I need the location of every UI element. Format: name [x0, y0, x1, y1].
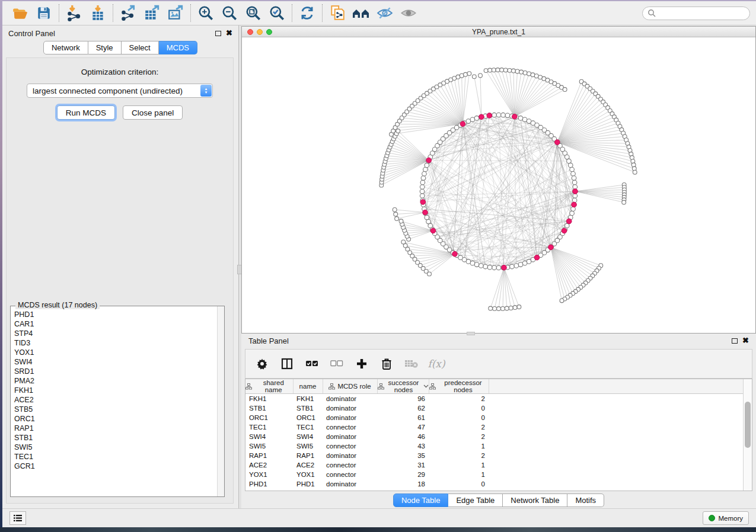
cell-shared_name: FKH1	[245, 394, 293, 403]
minimize-window-icon[interactable]	[257, 29, 263, 35]
mcds-result-item[interactable]: FKH1	[14, 386, 213, 395]
mcds-result-item[interactable]: STP4	[14, 329, 213, 338]
mcds-result-item[interactable]: PMA2	[14, 376, 213, 386]
cell-name: YOX1	[293, 470, 323, 479]
mcds-result-item[interactable]: ACE2	[14, 395, 213, 405]
mcds-result-item[interactable]: SRD1	[14, 367, 213, 376]
zoom-selected-icon[interactable]	[265, 3, 289, 23]
table-row[interactable]: RAP1RAP1dominator352	[245, 451, 744, 460]
delete-column-icon[interactable]	[378, 355, 395, 373]
delete-table-icon	[403, 355, 420, 373]
network-titlebar[interactable]: YPA_prune.txt_1	[242, 27, 755, 37]
zoom-in-icon[interactable]	[194, 3, 218, 23]
column-header-MCDS-role[interactable]: MCDS role	[323, 379, 377, 394]
cell-name: ACE2	[293, 460, 323, 470]
mcds-result-item[interactable]: STB5	[14, 405, 213, 414]
zoom-out-icon[interactable]	[218, 3, 241, 23]
hide-selected-icon[interactable]	[373, 3, 397, 23]
mcds-result-item[interactable]: CAR1	[14, 319, 213, 329]
mcds-result-item[interactable]: YOX1	[14, 348, 213, 357]
maximize-window-icon[interactable]	[266, 29, 272, 35]
column-header-shared-name[interactable]: shared name	[245, 379, 293, 394]
tab-style[interactable]: Style	[88, 41, 122, 55]
import-network-icon[interactable]	[62, 3, 86, 23]
export-image-icon[interactable]	[164, 3, 187, 23]
table-row[interactable]: YOX1YOX1connector291	[245, 470, 744, 479]
mcds-result-item[interactable]: PHD1	[14, 310, 213, 319]
cell-name: SWI4	[293, 432, 323, 441]
mcds-result-item[interactable]: SWI5	[14, 443, 213, 452]
table-row[interactable]: SWI5SWI5connector431	[245, 441, 744, 451]
table-options-icon[interactable]	[254, 355, 270, 373]
mcds-result-item[interactable]: SWI4	[14, 357, 213, 367]
table-tab-network-table[interactable]: Network Table	[503, 493, 567, 507]
clone-network-icon[interactable]	[326, 3, 349, 23]
result-scrollbar[interactable]	[217, 306, 224, 496]
open-session-icon[interactable]	[8, 3, 32, 23]
export-network-icon[interactable]	[116, 3, 140, 23]
mcds-result-item[interactable]: TID3	[14, 338, 213, 348]
search-input[interactable]	[656, 9, 739, 17]
tab-network[interactable]: Network	[43, 41, 88, 55]
toolbar-separator	[190, 4, 191, 22]
apply-layout-icon[interactable]	[295, 3, 319, 23]
column-header-predecessor-nodes[interactable]: predecessor nodes	[429, 379, 489, 394]
cell-predecessors: 2	[429, 451, 489, 460]
tab-mcds[interactable]: MCDS	[159, 41, 197, 55]
table-row[interactable]: PHD1PHD1dominator180	[245, 479, 744, 489]
float-table-panel-icon[interactable]	[732, 338, 738, 344]
mcds-result-list[interactable]: PHD1CAR1STP4TID3YOX1SWI4SRD1PMA2FKH1ACE2…	[11, 309, 217, 496]
cell-successors: 61	[377, 413, 429, 422]
cell-successors: 31	[377, 460, 429, 470]
cell-role: connector	[323, 460, 377, 470]
mcds-result-item[interactable]: RAP1	[14, 424, 213, 433]
close-panel-button[interactable]: Close panel	[123, 105, 183, 120]
table-panel: Table Panel ✖	[241, 334, 756, 508]
table-row[interactable]: ACE2ACE2connector311	[245, 460, 744, 470]
close-panel-icon[interactable]: ✖	[226, 30, 232, 36]
mcds-result-item[interactable]: GCR1	[14, 462, 213, 471]
cell-shared_name: STB1	[245, 403, 293, 413]
first-neighbors-icon[interactable]	[349, 3, 373, 23]
table-tab-node-table[interactable]: Node Table	[393, 493, 449, 507]
horizontal-splitter-grip[interactable]	[467, 332, 475, 335]
deselect-all-icon[interactable]	[328, 355, 345, 373]
column-header-name[interactable]: name	[293, 379, 323, 394]
table-row[interactable]: STB1STB1dominator620	[245, 403, 744, 413]
close-window-icon[interactable]	[247, 29, 253, 35]
select-all-icon[interactable]	[304, 355, 320, 373]
zoom-fit-icon[interactable]	[241, 3, 265, 23]
table-row[interactable]: SWI4SWI4dominator462	[245, 432, 744, 441]
mcds-result-item[interactable]: TEC1	[14, 452, 213, 462]
table-scrollbar-thumb[interactable]	[745, 402, 751, 448]
table-tab-edge-table[interactable]: Edge Table	[448, 493, 503, 507]
add-column-icon[interactable]	[353, 355, 370, 373]
export-table-icon[interactable]	[140, 3, 164, 23]
show-all-icon[interactable]	[397, 3, 420, 23]
cell-predecessors: 1	[429, 460, 489, 470]
mcds-result-title: MCDS result (17 nodes)	[15, 301, 100, 309]
cell-name: PHD1	[293, 479, 323, 489]
table-row[interactable]: ORC1ORC1dominator610	[245, 413, 744, 422]
mcds-result-item[interactable]: ORC1	[14, 414, 213, 424]
show-columns-icon[interactable]	[279, 355, 295, 373]
mcds-result-item[interactable]: STB1	[14, 433, 213, 443]
import-table-icon[interactable]	[86, 3, 110, 23]
save-session-icon[interactable]	[32, 3, 56, 23]
tab-select[interactable]: Select	[122, 41, 159, 55]
table-tab-motifs[interactable]: Motifs	[567, 493, 604, 507]
run-mcds-button[interactable]: Run MCDS	[57, 105, 115, 120]
cell-predecessors: 2	[429, 432, 489, 441]
cell-successors: 35	[377, 451, 429, 460]
column-header-successor-nodes[interactable]: successor nodes	[377, 379, 429, 394]
memory-button[interactable]: Memory	[703, 511, 749, 525]
float-panel-icon[interactable]	[215, 31, 221, 36]
table-row[interactable]: FKH1FKH1dominator962	[245, 394, 744, 403]
close-table-panel-icon[interactable]: ✖	[742, 338, 749, 344]
optimization-criterion-select[interactable]: largest connected component (undirected)…	[27, 84, 213, 98]
table-row[interactable]: TEC1TEC1connector472	[245, 422, 744, 432]
task-history-button[interactable]	[9, 511, 26, 525]
network-canvas[interactable]	[242, 37, 755, 333]
table-scrollbar[interactable]	[743, 379, 752, 491]
cell-predecessors: 1	[429, 441, 489, 451]
